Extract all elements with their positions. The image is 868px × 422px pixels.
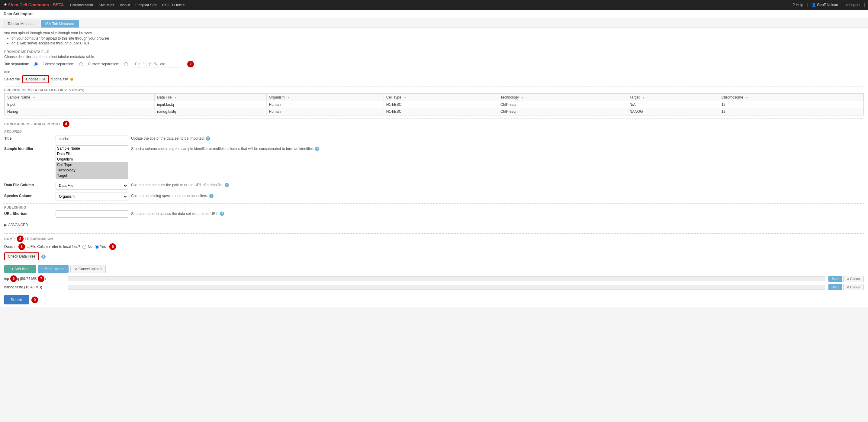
file-2-actions: Start ⊘ Cancel	[829, 284, 864, 290]
advanced-toggle[interactable]: ▶ ADVANCED	[4, 221, 864, 227]
data-file-column-label: Data File Column	[4, 182, 53, 187]
preview-table-header-row: Sample Name ▼ Data File ▼ Organism ▼ Cel…	[5, 94, 864, 101]
file-select-row: Select file Choose File tutorial.tsv	[4, 75, 864, 83]
sample-id-option-data-file[interactable]: Data File	[56, 151, 128, 157]
tab-isa-tab-metadata[interactable]: ISA-Tab Metadata	[41, 20, 79, 28]
table-cell: 12	[719, 108, 863, 115]
table-cell: N/A	[627, 101, 719, 108]
custom-separation-input[interactable]	[133, 61, 181, 67]
data-file-column-row: Data File Column Data File Sample Name O…	[4, 182, 864, 190]
page-title: Data Set Import	[4, 11, 33, 16]
sample-identifier-select[interactable]: Sample Name Data File Organism Cell Type…	[56, 145, 128, 179]
title-input[interactable]	[56, 135, 128, 142]
sample-id-option-sample-name[interactable]: Sample Name	[56, 146, 128, 151]
submit-row: Submit 9	[4, 292, 864, 304]
comma-separation-radio[interactable]	[79, 62, 83, 66]
and-text: and	[4, 70, 864, 74]
nav-collaboration[interactable]: Collaboration	[70, 3, 93, 7]
species-help-icon[interactable]: ?	[209, 194, 214, 198]
table-cell: Human	[267, 108, 383, 115]
file-upload-row-1: inp6q (59.74 MB7) Start ⊘ Cancel	[4, 275, 864, 282]
check-data-files-button[interactable]: Check Data Files	[4, 252, 39, 260]
species-hint: Column containing species names or ident…	[131, 193, 864, 198]
url-shortcut-input[interactable]	[56, 210, 128, 218]
title-control	[56, 135, 128, 142]
user-link[interactable]: 👤 Geoff Nelson	[811, 3, 838, 7]
file-1-cancel-icon: ⊘	[846, 277, 849, 281]
table-cell: H1-hESC	[383, 101, 498, 108]
data-file-column-select[interactable]: Data File Sample Name Organism Cell Type	[56, 182, 128, 190]
nav-links: Collaboration Statistics About Original …	[70, 3, 793, 7]
file-2-name: nanog.fastq (16.48 MB)	[4, 285, 65, 289]
add-files-button[interactable]: + + Add files ...	[4, 265, 36, 273]
preview-table-body: Inputinput.fastqHumanH1-hESCChIP-seqN/A1…	[5, 101, 864, 115]
sample-id-option-technology[interactable]: Technology	[56, 167, 128, 173]
tab-tabular-metadata[interactable]: Tabular Metadata	[3, 20, 40, 28]
title-help-icon[interactable]: ?	[206, 136, 210, 141]
title-row: Title Update the title of the data set t…	[4, 135, 864, 142]
table-row: Inputinput.fastqHumanH1-hESCChIP-seqN/A1…	[5, 101, 864, 108]
col-target[interactable]: Target ▼	[627, 94, 719, 101]
no-radio-label: No	[83, 245, 92, 249]
logout-link[interactable]: ⎋ Logout	[846, 3, 861, 7]
custom-separation-label: Custom separation:	[88, 62, 119, 66]
check-data-help-icon[interactable]: ?	[41, 255, 45, 259]
sample-id-option-chromosome[interactable]: Chromosome	[56, 178, 128, 179]
col-sample-name[interactable]: Sample Name ▼	[5, 94, 155, 101]
preview-table: Sample Name ▼ Data File ▼ Organism ▼ Cel…	[4, 93, 864, 115]
cancel-upload-button[interactable]: ⊘ Cancel upload	[70, 265, 106, 273]
file-2-cancel-button[interactable]: ⊘ Cancel	[843, 284, 864, 290]
custom-separation-radio[interactable]	[124, 62, 128, 66]
config-section: REQUIRED Title Update the title of the d…	[4, 130, 864, 200]
no-radio[interactable]	[83, 245, 86, 249]
check-data-files-row: Check Data Files ?	[4, 252, 864, 263]
tab-separation-radio[interactable]	[34, 62, 38, 66]
file-1-progress	[68, 276, 826, 281]
nav-about[interactable]: About	[120, 3, 130, 7]
col-data-file[interactable]: Data File ▼	[155, 94, 267, 101]
sample-id-option-cell-type[interactable]: Cell Type	[56, 162, 128, 167]
table-cell: NANOG	[627, 108, 719, 115]
annotation-8b: 8	[19, 243, 25, 250]
col-chromosome[interactable]: Chromosome ▼	[719, 94, 863, 101]
sample-identifier-control: Sample Name Data File Organism Cell Type…	[56, 145, 128, 179]
data-file-help-icon[interactable]: ?	[225, 183, 229, 187]
url-shortcut-hint: Shortcut name to access the data set via…	[131, 210, 864, 216]
file-1-start-button[interactable]: Start	[829, 276, 842, 282]
annotation-7: 7	[38, 275, 44, 282]
url-shortcut-control	[56, 210, 128, 218]
help-link[interactable]: ? Help	[793, 3, 803, 7]
table-cell: nanog.fastq	[155, 108, 267, 115]
file-1-cancel-button[interactable]: ⊘ Cancel	[843, 276, 864, 282]
submit-button[interactable]: Submit	[4, 295, 29, 304]
nav-cscb-home[interactable]: CSCB Home	[162, 3, 185, 7]
complete-submission-heading: COMP 8 TE SUBMISSION	[4, 233, 864, 243]
choose-file-button[interactable]: Choose File	[22, 75, 49, 83]
col-technology[interactable]: Technology ▼	[498, 94, 627, 101]
sample-id-option-organism[interactable]: Organism	[56, 157, 128, 162]
plus-icon: +	[8, 267, 10, 271]
species-column-select[interactable]: Organism Sample Name Cell Type	[56, 193, 128, 200]
table-cell: ChIP-seq	[498, 101, 627, 108]
data-file-column-control: Data File Sample Name Organism Cell Type	[56, 182, 128, 190]
col-cell-type[interactable]: Cell Type ▼	[383, 94, 498, 101]
preview-heading: PREVIEW OF META DATA FILE(FIRST 5 ROWS):	[4, 86, 864, 93]
local-files-label: Does t	[4, 245, 15, 249]
annotation-8: 8	[17, 235, 24, 242]
yes-radio[interactable]	[95, 245, 99, 249]
url-shortcut-help-icon[interactable]: ?	[220, 212, 224, 216]
title-label: Title	[4, 135, 53, 141]
chevron-right-icon: ▶	[4, 223, 7, 227]
start-upload-button[interactable]: ↑ Start upload	[38, 265, 68, 273]
table-cell: H1-hESC	[383, 108, 498, 115]
sample-id-option-target[interactable]: Target	[56, 173, 128, 178]
file-2-cancel-icon: ⊘	[846, 285, 849, 289]
file-2-start-button[interactable]: Start	[829, 284, 842, 290]
nav-statistics[interactable]: Statistics	[98, 3, 114, 7]
table-cell: input.fastq	[155, 101, 267, 108]
nav-original-site[interactable]: Original Site	[135, 3, 157, 7]
col-organism[interactable]: Organism ▼	[267, 94, 383, 101]
annotation-4: 4	[63, 121, 69, 127]
sample-help-icon[interactable]: ?	[315, 147, 319, 151]
data-file-hint: Column that contains the path to or the …	[131, 182, 864, 187]
